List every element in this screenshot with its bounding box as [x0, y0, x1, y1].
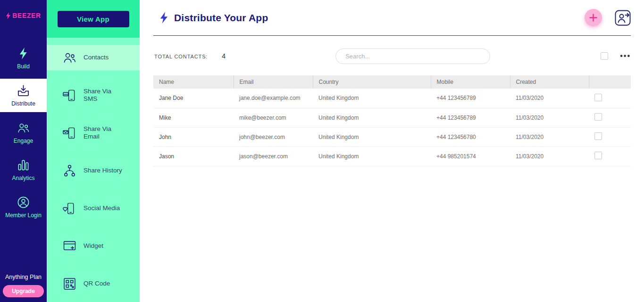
column-header-created: Created: [510, 75, 589, 89]
table-row[interactable]: John john@beezer.com United Kingdom +44 …: [153, 127, 631, 147]
contacts-table: Name Email Country Mobile Created Jane D…: [153, 75, 631, 166]
toolbar-actions: •••: [490, 52, 631, 60]
page-header: Distribute Your App: [153, 0, 631, 36]
add-contact-button[interactable]: [585, 9, 602, 26]
sidebar-item-distribute[interactable]: Distribute: [0, 79, 47, 112]
sidebar-item-label: Widget: [84, 242, 103, 250]
row-checkbox[interactable]: [594, 132, 602, 140]
cell-country: United Kingdom: [313, 108, 431, 127]
column-header-email: Email: [234, 75, 313, 89]
sidebar-item-analytics[interactable]: Analytics: [0, 153, 47, 187]
sidebar-item-social-media[interactable]: Social Media: [47, 196, 140, 221]
logo-bolt-icon: [6, 12, 11, 19]
qr-code-icon: [63, 278, 76, 290]
toolbar: TOTAL CONTACTS: 4 •••: [153, 48, 631, 64]
sidebar-item-label: QR Code: [84, 280, 110, 287]
page-title: Distribute Your App: [174, 12, 268, 24]
cell-created: 11/03/2020: [510, 108, 589, 127]
sidebar-item-widget[interactable]: Widget: [47, 233, 140, 259]
sidebar-item-contacts[interactable]: Contacts: [47, 45, 140, 70]
cell-email: mike@beezer.com: [234, 108, 313, 127]
row-checkbox[interactable]: [594, 152, 602, 159]
cell-country: United Kingdom: [313, 127, 431, 147]
lightning-icon: [17, 47, 30, 60]
cell-select: [589, 89, 631, 108]
search-input[interactable]: [335, 49, 490, 64]
lightning-icon: [159, 11, 168, 24]
share-sms-icon: SMS: [63, 89, 76, 102]
cell-country: United Kingdom: [313, 89, 431, 108]
cell-name: John: [153, 127, 234, 147]
cell-select: [589, 147, 631, 166]
total-contacts: TOTAL CONTACTS: 4: [153, 52, 335, 60]
sidebar-item-label: Share History: [84, 167, 122, 174]
row-checkbox[interactable]: [594, 94, 602, 101]
column-header-name: Name: [153, 75, 234, 89]
cell-select: [589, 127, 631, 147]
sidebar-item-label: Member Login: [5, 212, 42, 218]
sidebar-item-share-via-email[interactable]: Share Via Email: [47, 120, 140, 146]
cell-email: jason@beezer.com: [234, 147, 313, 166]
sidebar-item-label: Social Media: [84, 204, 120, 212]
distribute-icon: [17, 84, 30, 97]
logo-text: BEEZER: [12, 12, 41, 19]
table-row[interactable]: Jason jason@beezer.com United Kingdom +4…: [153, 147, 631, 166]
secondary-nav: Contacts SMS Share Via SMS Share Via Ema…: [47, 38, 140, 302]
beezer-logo[interactable]: BEEZER: [0, 0, 47, 31]
primary-sidebar: BEEZER Build Distribute Engage: [0, 0, 47, 302]
sidebar-item-member-login[interactable]: Member Login: [0, 190, 47, 224]
cell-created: 11/03/2020: [510, 127, 589, 147]
main-content: Distribute Your App TOTAL CONTAC: [140, 0, 644, 302]
view-app-button[interactable]: View App: [58, 11, 129, 27]
sidebar-item-label: Engage: [14, 138, 33, 144]
plan-label: Anything Plan: [5, 274, 42, 280]
title-group: Distribute Your App: [153, 11, 268, 24]
analytics-icon: [17, 159, 30, 171]
sidebar-item-label: Contacts: [84, 54, 109, 61]
sidebar-item-share-via-sms[interactable]: SMS Share Via SMS: [47, 82, 140, 108]
plan-section: Anything Plan Upgrade: [0, 274, 47, 302]
cell-email: jane.doe@example.com: [234, 89, 313, 108]
sidebar-item-label: Build: [17, 64, 30, 69]
sidebar-item-engage[interactable]: Engage: [0, 116, 47, 149]
header-actions: [585, 9, 631, 26]
engage-icon: [17, 122, 30, 134]
sidebar-item-label: Share Via SMS: [84, 88, 117, 102]
sidebar-item-label: Share Via Email: [84, 125, 117, 140]
cell-mobile: +44 985201574: [431, 147, 510, 166]
column-header-mobile: Mobile: [431, 75, 510, 89]
app-root: BEEZER Build Distribute Engage: [0, 0, 644, 302]
contacts-table-body: Jane Doe jane.doe@example.com United Kin…: [153, 89, 631, 166]
social-media-icon: [63, 202, 76, 215]
upgrade-button[interactable]: Upgrade: [3, 285, 44, 297]
contacts-icon: [63, 51, 76, 64]
sidebar-item-label: Analytics: [12, 175, 34, 181]
cell-name: Mike: [153, 108, 234, 127]
share-history-icon: [63, 164, 76, 177]
cell-created: 11/03/2020: [510, 147, 589, 166]
sidebar-item-share-history[interactable]: Share History: [47, 158, 140, 183]
member-login-icon: [17, 196, 30, 209]
table-header: Name Email Country Mobile Created: [153, 75, 631, 89]
sidebar-item-qr-code[interactable]: QR Code: [47, 271, 140, 296]
cell-select: [589, 108, 631, 127]
total-contacts-value: 4: [222, 52, 226, 60]
cell-email: john@beezer.com: [234, 127, 313, 147]
column-header-select: [589, 75, 631, 89]
sidebar-item-build[interactable]: Build: [0, 41, 47, 75]
sidebar-item-label: Distribute: [11, 101, 35, 106]
select-all-checkbox[interactable]: [601, 52, 608, 60]
share-profile-button[interactable]: [615, 10, 631, 26]
cell-name: Jane Doe: [153, 89, 234, 108]
column-header-country: Country: [313, 75, 431, 89]
cell-created: 11/03/2020: [510, 89, 589, 108]
plus-icon: [589, 14, 597, 22]
row-checkbox[interactable]: [594, 113, 602, 121]
table-row[interactable]: Mike mike@beezer.com United Kingdom +44 …: [153, 108, 631, 127]
cell-mobile: +44 123456789: [431, 108, 510, 127]
more-options-icon[interactable]: •••: [620, 52, 631, 60]
cell-country: United Kingdom: [313, 147, 431, 166]
share-email-icon: [63, 127, 76, 139]
table-row[interactable]: Jane Doe jane.doe@example.com United Kin…: [153, 89, 631, 108]
view-app-section: View App: [47, 0, 140, 38]
